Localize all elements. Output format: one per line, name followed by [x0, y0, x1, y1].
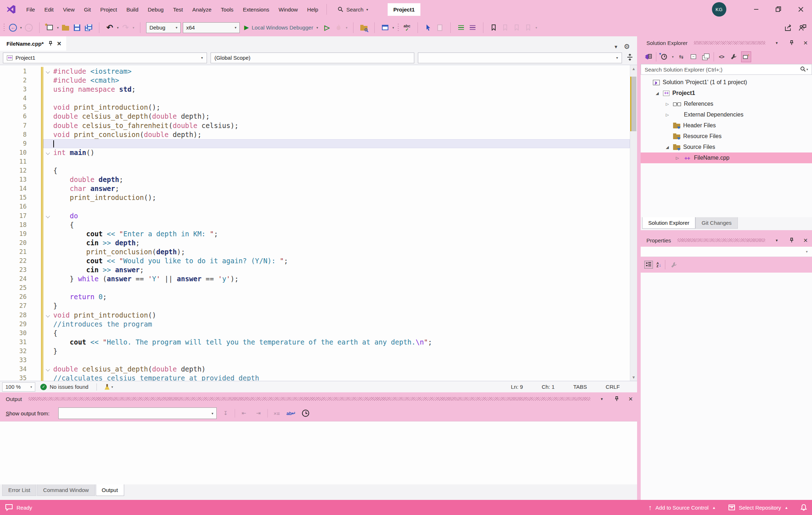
menu-item-help[interactable]: Help — [302, 0, 323, 19]
navigate-backward-button[interactable] — [8, 23, 18, 33]
navigate-backward-caret[interactable] — [20, 26, 22, 29]
navigate-home-button[interactable] — [380, 23, 390, 33]
project-title-button[interactable]: Project1 — [388, 3, 420, 16]
bottom-tab-command-window[interactable]: Command Window — [37, 484, 95, 496]
code-line[interactable]: 20 cin >> depth; — [0, 238, 630, 247]
new-project-button[interactable] — [45, 23, 55, 33]
bottom-tab-output[interactable]: Output — [96, 484, 124, 496]
property-pages-wrench-icon[interactable] — [669, 260, 678, 270]
alphabetical-sort-icon[interactable]: AZ↓ — [657, 262, 661, 268]
avatar[interactable]: KG — [712, 2, 726, 17]
code-line[interactable]: 19 cout << "Enter a depth in KM: "; — [0, 229, 630, 238]
start-without-debugging-button[interactable] — [322, 23, 332, 33]
pin-tab-icon[interactable] — [48, 41, 53, 46]
tree-expander-icon[interactable]: ▷ — [664, 113, 670, 117]
zoom-dropdown[interactable]: 100 % — [2, 382, 35, 392]
tree-expander-icon[interactable]: ◢ — [654, 91, 660, 96]
code-line[interactable]: 3using namespace std; — [0, 85, 630, 94]
code-line[interactable]: 17 do — [0, 211, 630, 220]
document-outline-button[interactable] — [435, 23, 445, 33]
toolbar-grip[interactable] — [3, 23, 5, 32]
tree-item-resource-files[interactable]: Resource Files — [641, 131, 812, 142]
fold-chevron-icon[interactable] — [43, 67, 53, 76]
scroll-up-icon[interactable]: ▲ — [632, 65, 636, 72]
se-tab-solution-explorer[interactable]: Solution Explorer — [642, 217, 695, 229]
spell-check-button[interactable]: abc✓ — [402, 23, 412, 33]
previous-message-icon[interactable]: ⇤ — [239, 408, 249, 418]
project-scope-dropdown[interactable]: ++ Project1 — [3, 53, 207, 63]
line-indicator[interactable]: Ln: 9 — [511, 384, 523, 390]
properties-pin-icon[interactable] — [786, 238, 796, 243]
menu-item-extensions[interactable]: Extensions — [238, 0, 274, 19]
output-pin-icon[interactable] — [611, 396, 621, 401]
sync-with-active-document-icon[interactable]: ⇆ — [677, 52, 686, 62]
tree-item-filename-cpp[interactable]: ▷++FileName.cpp — [641, 152, 812, 163]
menu-item-file[interactable]: File — [22, 0, 40, 19]
categorized-view-icon[interactable] — [644, 261, 653, 269]
code-line[interactable]: 26 return 0; — [0, 292, 630, 301]
find-in-files-button[interactable] — [359, 23, 369, 33]
navigate-forward-button[interactable] — [24, 23, 33, 33]
tab-filename-cpp[interactable]: FileName.cpp* × — [0, 36, 66, 51]
close-tab-icon[interactable]: × — [57, 40, 61, 47]
tree-item-project1[interactable]: ◢++Project1 — [641, 88, 812, 99]
minimize-button[interactable] — [745, 0, 767, 19]
select-repository-button[interactable]: Select Repository ▲ — [728, 504, 788, 511]
close-button[interactable] — [790, 0, 812, 19]
code-cleanup-button[interactable] — [105, 384, 113, 390]
properties-panel-header[interactable]: Properties × — [641, 234, 812, 247]
output-window-position-caret-icon[interactable] — [597, 397, 607, 401]
share-button[interactable] — [784, 23, 793, 33]
send-feedback-button[interactable] — [798, 23, 807, 33]
menu-item-build[interactable]: Build — [122, 0, 143, 19]
properties-close-icon[interactable]: × — [800, 237, 811, 244]
previous-bookmark-button[interactable] — [501, 23, 510, 33]
hot-reload-button[interactable] — [334, 23, 343, 33]
code-line[interactable]: 31 cout << "Hello. The program will tell… — [0, 338, 630, 347]
search-control[interactable]: Search — [334, 5, 372, 14]
preview-selected-items-icon[interactable] — [741, 52, 751, 62]
code-line[interactable]: 16 — [0, 202, 630, 211]
code-line[interactable]: 24 } while (answer == 'Y' || answer == '… — [0, 274, 630, 283]
output-close-icon[interactable]: × — [626, 395, 636, 402]
scroll-down-icon[interactable]: ▼ — [632, 374, 636, 381]
decrease-indent-button[interactable] — [456, 23, 466, 33]
menu-item-tools[interactable]: Tools — [216, 0, 238, 19]
save-all-button[interactable] — [84, 23, 93, 33]
notifications-bell-button[interactable] — [800, 504, 807, 511]
output-content[interactable] — [0, 421, 637, 484]
code-line[interactable]: 30{ — [0, 329, 630, 338]
navigate-home-caret[interactable] — [392, 26, 394, 29]
feedback-status-button[interactable]: Ready — [5, 504, 32, 511]
view-code-icon[interactable]: <> — [717, 52, 726, 62]
se-tab-git-changes[interactable]: Git Changes — [695, 217, 737, 229]
panel-drag-texture[interactable] — [28, 397, 590, 401]
code-line[interactable]: 12{ — [0, 166, 630, 175]
redo-caret[interactable] — [133, 26, 135, 29]
redo-button[interactable] — [121, 23, 130, 33]
hot-reload-caret[interactable] — [346, 26, 348, 29]
code-line[interactable]: 5void print_introduction(); — [0, 103, 630, 112]
tree-expander-icon[interactable]: ▷ — [664, 102, 670, 106]
tree-item-solution-project1-1-of-1-project[interactable]: Solution 'Project1' (1 of 1 project) — [641, 77, 812, 88]
undo-button[interactable] — [105, 23, 114, 33]
fold-chevron-icon[interactable] — [43, 365, 53, 374]
code-line[interactable]: 1#include <iostream> — [0, 67, 630, 76]
document-health-indicator[interactable]: No issues found — [40, 384, 89, 390]
properties-window-position-caret-icon[interactable] — [772, 238, 782, 243]
code-line[interactable]: 25 — [0, 283, 630, 292]
code-line[interactable]: 22 cout << "Would you like to do it agai… — [0, 256, 630, 265]
fold-chevron-icon[interactable] — [43, 211, 53, 220]
eol-indicator[interactable]: CRLF — [606, 384, 620, 390]
code-line[interactable]: 34double celsius_at_depth(double depth) — [0, 365, 630, 374]
code-line[interactable]: 8void print_conclusion(double depth); — [0, 130, 630, 139]
se-close-icon[interactable]: × — [800, 39, 811, 46]
properties-object-dropdown[interactable] — [641, 247, 812, 257]
solution-configurations-dropdown[interactable]: Debug — [146, 22, 181, 33]
menu-item-analyze[interactable]: Analyze — [188, 0, 216, 19]
pending-changes-filter-icon[interactable]: ▼ — [659, 52, 669, 62]
code-line[interactable]: 23 cin >> answer; — [0, 265, 630, 274]
menu-item-view[interactable]: View — [58, 0, 79, 19]
editor-vertical-scrollbar[interactable]: ▲ ▼ — [630, 65, 637, 381]
se-search-icon[interactable] — [800, 66, 806, 73]
